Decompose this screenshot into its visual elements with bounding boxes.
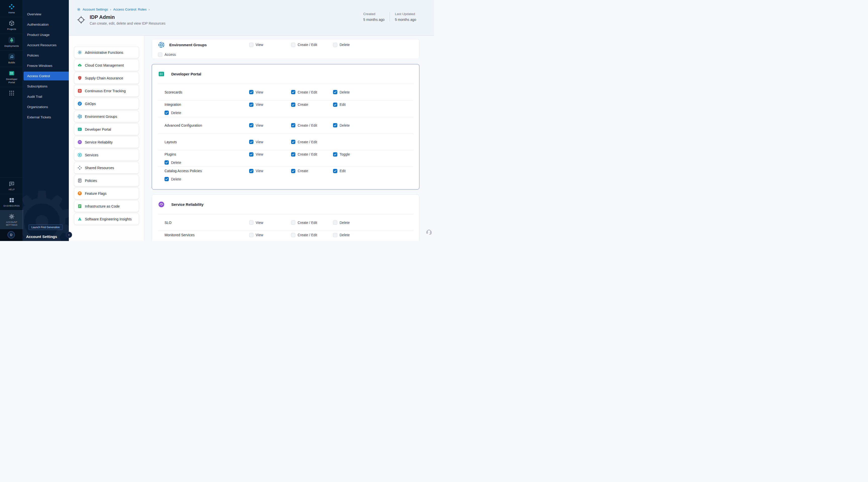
- resource-feature-flags[interactable]: Feature Flags: [74, 188, 138, 199]
- rail-item-deployments[interactable]: Deployments: [0, 34, 23, 50]
- sidebar-item-access-control[interactable]: Access Control: [24, 71, 69, 81]
- software-engineering-insights-icon: [78, 217, 82, 221]
- resource-label: Environment Groups: [85, 115, 117, 119]
- resource-continuous-error-tracking[interactable]: Continuous Error Tracking: [74, 85, 138, 96]
- checkbox-create[interactable]: [291, 102, 296, 107]
- sidebar-item-overview[interactable]: Overview: [22, 9, 69, 19]
- resource-cloud-cost-management[interactable]: $Cloud Cost Management: [74, 60, 138, 71]
- checkbox-create-edit[interactable]: [291, 233, 296, 237]
- permission-view: View: [249, 233, 291, 237]
- checkbox-create-edit[interactable]: [291, 140, 296, 144]
- service-reliability-icon: [78, 140, 82, 145]
- resource-developer-portal[interactable]: Developer Portal: [74, 124, 138, 135]
- permission-delete: Delete: [164, 111, 249, 115]
- rail-item-builds[interactable]: Builds: [0, 50, 23, 67]
- resource-label: Shared Resources: [85, 166, 114, 170]
- checkbox-view[interactable]: [249, 233, 253, 237]
- permission-label: View: [256, 123, 263, 127]
- sidebar-item-policies[interactable]: Policies: [22, 50, 69, 61]
- breadcrumb-access-control-roles[interactable]: Access Control: Roles: [113, 7, 147, 11]
- resource-services[interactable]: Services: [74, 149, 138, 160]
- checkbox-create-edit[interactable]: [291, 220, 296, 225]
- resource-policies[interactable]: Policies: [74, 175, 138, 186]
- resource-infrastructure-as-code[interactable]: Infrastructure as Code: [74, 201, 138, 212]
- checkbox-view[interactable]: [249, 123, 253, 127]
- sidebar-footer-title: Account Settings: [26, 235, 57, 239]
- checkbox-view[interactable]: [249, 43, 253, 47]
- updated-meta: Last Updated 5 months ago: [390, 12, 421, 22]
- launch-first-generation-button[interactable]: Launch First Generation: [28, 224, 63, 230]
- sidebar-item-subscriptions[interactable]: Subscriptions: [22, 81, 69, 91]
- checkbox-view[interactable]: [249, 169, 253, 173]
- checkbox-create-edit[interactable]: [291, 123, 296, 127]
- rail-item-developer-portal[interactable]: Developer Portal: [0, 67, 23, 87]
- rail-item-dashboards[interactable]: DASHBOARDS: [0, 194, 23, 210]
- checkbox-create-edit[interactable]: [291, 43, 296, 47]
- resource-supply-chain-assurance[interactable]: Supply Chain Assurance: [74, 72, 138, 84]
- user-avatar[interactable]: D: [7, 231, 15, 239]
- rail-item-account-settings[interactable]: ACCOUNT SETTINGS: [0, 210, 23, 229]
- support-headset-button[interactable]: [426, 229, 432, 235]
- permission-access: Access: [158, 53, 249, 57]
- checkbox-view[interactable]: [249, 140, 253, 144]
- checkbox-delete[interactable]: [164, 160, 169, 164]
- resource-service-reliability[interactable]: Service Reliability: [74, 137, 138, 148]
- checkbox-edit[interactable]: [333, 102, 337, 107]
- permission-label: Create / Edit: [298, 233, 317, 237]
- checkbox-access[interactable]: [158, 53, 162, 57]
- permission-label: Create / Edit: [298, 221, 317, 225]
- permission-row-layouts: LayoutsViewCreate / Edit: [158, 133, 413, 150]
- sidebar-item-freeze-windows[interactable]: Freeze Windows: [22, 61, 69, 71]
- permission-delete: Delete: [333, 220, 375, 225]
- sidebar-item-external-tickets[interactable]: External Tickets: [22, 112, 69, 122]
- checkbox-edit[interactable]: [333, 169, 337, 173]
- rail-item-help[interactable]: HELP: [0, 177, 23, 194]
- checkbox-toggle[interactable]: [333, 152, 337, 156]
- environment-groups-icon: [78, 114, 82, 119]
- settings-sidebar: OverviewAuthenticationProduct UsageAccou…: [22, 0, 69, 241]
- resource-gitops[interactable]: GitOps: [74, 98, 138, 109]
- breadcrumb-account-settings[interactable]: Account Settings: [83, 7, 108, 11]
- rail-item-home[interactable]: Home: [0, 0, 23, 17]
- checkbox-delete[interactable]: [333, 233, 337, 237]
- developer-portal-icon: [78, 127, 82, 132]
- resource-administrative-functions[interactable]: Administrative Functions: [74, 47, 138, 58]
- resource-environment-groups[interactable]: Environment Groups: [74, 111, 138, 122]
- checkbox-view[interactable]: [249, 220, 253, 225]
- rail-bottom-group: HELPDASHBOARDSACCOUNT SETTINGS: [0, 177, 22, 229]
- checkbox-create-edit[interactable]: [291, 90, 296, 94]
- permission-delete: Delete: [333, 43, 375, 47]
- permission-toggle: Toggle: [333, 152, 375, 156]
- resource-software-engineering-insights[interactable]: Software Engineering Insights: [74, 213, 138, 225]
- permission-row-scorecards: ScorecardsViewCreate / EditDelete: [158, 84, 413, 100]
- checkbox-delete[interactable]: [333, 90, 337, 94]
- checkbox-view[interactable]: [249, 102, 253, 107]
- checkbox-delete[interactable]: [333, 220, 337, 225]
- sidebar-item-organizations[interactable]: Organizations: [22, 102, 69, 112]
- module-picker-button[interactable]: [0, 87, 23, 99]
- checkbox-view[interactable]: [249, 152, 253, 156]
- section-title: Environment Groups: [169, 43, 207, 47]
- checkbox-create[interactable]: [291, 169, 296, 173]
- developer-portal-icon: [158, 71, 165, 78]
- permission-create-edit: Create / Edit: [291, 152, 333, 156]
- permission-label: View: [256, 152, 263, 156]
- checkbox-create-edit[interactable]: [291, 152, 296, 156]
- checkbox-delete[interactable]: [333, 123, 337, 127]
- settings-nav-list: OverviewAuthenticationProduct UsageAccou…: [22, 0, 69, 122]
- resource-shared-resources[interactable]: Shared Resources: [74, 162, 138, 173]
- role-meta: Created 5 months ago Last Updated 5 mont…: [358, 12, 421, 22]
- collapse-sidebar-button[interactable]: [66, 232, 72, 238]
- rail-item-projects[interactable]: Projects: [0, 17, 23, 33]
- checkbox-delete[interactable]: [333, 43, 337, 47]
- checkbox-view[interactable]: [249, 90, 253, 94]
- sidebar-item-authentication[interactable]: Authentication: [22, 19, 69, 30]
- permission-delete: Delete: [333, 90, 375, 94]
- sidebar-item-account-resources[interactable]: Account Resources: [22, 40, 69, 50]
- resource-row-name: Integration: [164, 102, 249, 107]
- checkbox-delete[interactable]: [164, 111, 169, 115]
- permission-create: Create: [291, 169, 333, 173]
- sidebar-item-audit-trail[interactable]: Audit Trail: [22, 91, 69, 102]
- checkbox-delete[interactable]: [164, 177, 169, 181]
- sidebar-item-product-usage[interactable]: Product Usage: [22, 30, 69, 40]
